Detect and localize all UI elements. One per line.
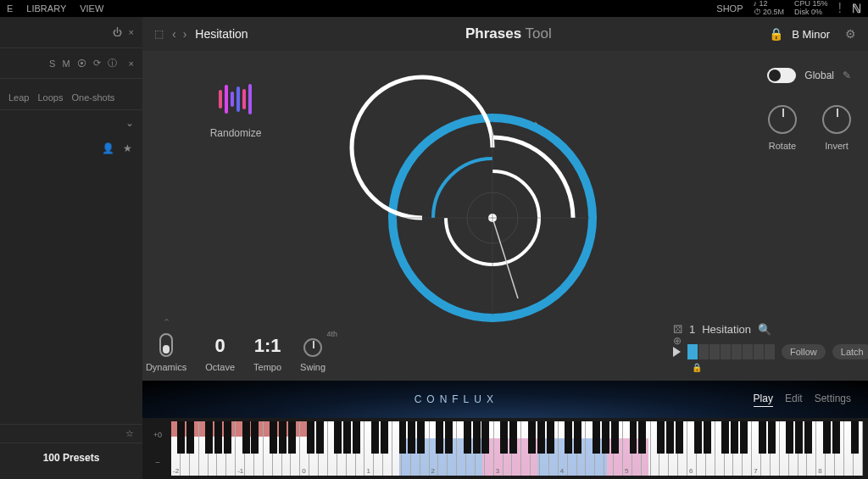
info-icon[interactable]: ⓘ (108, 57, 117, 70)
phrase-wheel[interactable] (387, 112, 598, 324)
alert-icon[interactable]: ! (838, 1, 842, 16)
tab-settings[interactable]: Settings (815, 393, 851, 407)
play-button[interactable] (673, 347, 681, 357)
gear-icon[interactable]: ⚙ (845, 27, 856, 41)
transpose-up[interactable]: +0 (147, 431, 168, 439)
instrument-header: ⬚ ‹ › Hesitation Phrases Tool 🔒 B Minor … (142, 17, 868, 51)
target-icon[interactable]: ⊕ (673, 335, 682, 347)
preset-name[interactable]: Hesitation (195, 27, 248, 41)
close-icon[interactable]: × (129, 27, 134, 37)
dice-icon[interactable]: ⚄ (673, 323, 682, 336)
invert-knob[interactable] (822, 105, 851, 134)
tab-loops[interactable]: Loops (37, 92, 63, 103)
menu-file[interactable]: E (7, 3, 13, 14)
menu-library[interactable]: LIBRARY (26, 3, 66, 14)
user-icon[interactable]: 👤 (102, 142, 114, 154)
prev-preset-button[interactable]: ‹ (172, 27, 176, 41)
cpu-stat: CPU 15% Disk 0% (794, 0, 828, 17)
tab-leap[interactable]: Leap (8, 92, 29, 103)
randomize-icon[interactable] (216, 80, 255, 119)
lock-small-icon[interactable]: 🔒 (692, 363, 851, 372)
collapse-icon[interactable]: ⌄ (0, 110, 142, 136)
star-icon[interactable]: ★ (123, 142, 132, 154)
plugin-title: Phrases Tool (257, 25, 761, 42)
rotate-label: Rotate (769, 141, 796, 151)
left-sidebar: ⏻ × S M ⦿ ⟳ ⓘ × Leap Loops One-shots ⌄ 👤… (0, 17, 142, 479)
pattern-number: 1 (689, 323, 695, 336)
keyboard-panel: +0 – -2-1012345678 (142, 418, 868, 479)
edit-icon[interactable]: ✎ (843, 70, 851, 81)
menu-view[interactable]: VIEW (80, 3, 103, 14)
conflux-bar: CONFLUX Play Edit Settings (142, 381, 868, 418)
tab-edit[interactable]: Edit (785, 393, 803, 407)
key-display[interactable]: B Minor (792, 28, 830, 41)
tempo-value[interactable]: 1:1 (254, 335, 281, 357)
step-sequencer[interactable] (687, 344, 775, 359)
record-icon[interactable]: ⦿ (77, 58, 86, 69)
octave-value[interactable]: 0 (215, 335, 225, 357)
global-toggle[interactable] (767, 68, 796, 83)
chevron-up-icon[interactable]: ⌃ (163, 317, 170, 328)
randomize-label: Randomize (210, 127, 262, 139)
close-icon[interactable]: × (129, 58, 134, 69)
tab-oneshots[interactable]: One-shots (71, 92, 114, 103)
dynamics-label: Dynamics (146, 362, 186, 372)
shop-link[interactable]: SHOP (716, 3, 743, 14)
invert-label: Invert (825, 141, 849, 151)
search-icon[interactable]: 🔍 (758, 323, 771, 336)
top-menu-bar: E LIBRARY VIEW SHOP ♪ 12 ⏱ 20.5M CPU 15%… (0, 0, 868, 17)
cube-icon[interactable]: ⬚ (154, 28, 164, 40)
preset-count[interactable]: 100 Presets (0, 443, 142, 472)
pattern-name[interactable]: Hesitation (702, 323, 751, 336)
dynamics-slider[interactable] (159, 333, 173, 357)
tempo-stat: ♪ 12 ⏱ 20.5M (754, 0, 785, 17)
transpose-down[interactable]: – (147, 458, 168, 466)
follow-button[interactable]: Follow (782, 344, 826, 359)
rotate-knob[interactable] (768, 105, 797, 134)
solo-button[interactable]: S (49, 58, 55, 69)
lock-icon[interactable]: 🔒 (769, 27, 783, 41)
tab-play[interactable]: Play (754, 393, 773, 407)
mute-button[interactable]: M (62, 58, 70, 69)
piano-keyboard[interactable]: -2-1012345678 (171, 421, 863, 476)
power-icon[interactable]: ⏻ (113, 27, 122, 37)
favorite-icon[interactable]: ☆ (125, 428, 134, 439)
next-preset-button[interactable]: › (183, 27, 187, 41)
conflux-logo: CONFLUX (159, 393, 754, 405)
loop-icon[interactable]: ⟳ (93, 58, 101, 69)
octave-label: Octave (205, 362, 235, 372)
latch-button[interactable]: Latch (832, 344, 868, 359)
tempo-label: Tempo (253, 362, 281, 372)
global-label: Global (804, 70, 834, 81)
brand-icon: ℕ (852, 2, 861, 15)
